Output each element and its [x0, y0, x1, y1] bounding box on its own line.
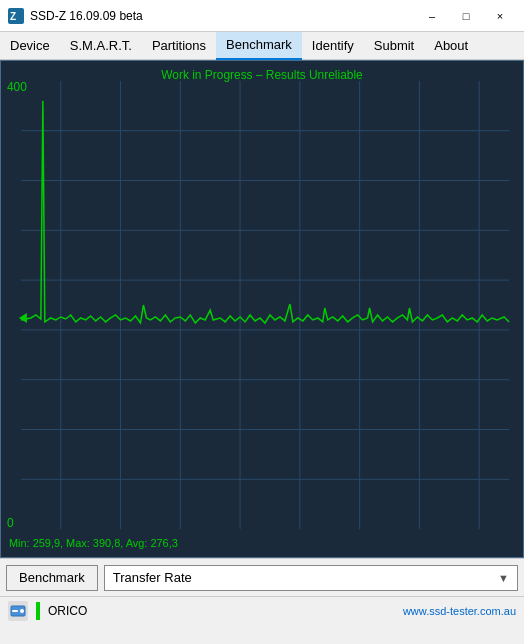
- menu-item-identify[interactable]: Identify: [302, 32, 364, 60]
- svg-text:0: 0: [7, 516, 14, 530]
- minimize-button[interactable]: –: [416, 6, 448, 26]
- chart-container: 400 0 Work in Progress – Results Unrelia…: [0, 60, 524, 558]
- title-bar: Z SSD-Z 16.09.09 beta – □ ×: [0, 0, 524, 32]
- menu-bar: Device S.M.A.R.T. Partitions Benchmark I…: [0, 32, 524, 60]
- svg-text:400: 400: [7, 80, 27, 94]
- menu-item-device[interactable]: Device: [0, 32, 60, 60]
- menu-item-smart[interactable]: S.M.A.R.T.: [60, 32, 142, 60]
- title-bar-text: SSD-Z 16.09.09 beta: [30, 9, 416, 23]
- svg-text:Z: Z: [10, 11, 16, 22]
- status-bar: ORICO www.ssd-tester.com.au: [0, 596, 524, 624]
- svg-rect-26: [12, 610, 18, 612]
- menu-item-submit[interactable]: Submit: [364, 32, 424, 60]
- chevron-down-icon: ▼: [498, 572, 509, 584]
- website-link[interactable]: www.ssd-tester.com.au: [403, 605, 516, 617]
- svg-point-25: [20, 609, 24, 613]
- transfer-rate-dropdown[interactable]: Transfer Rate ▼: [104, 565, 518, 591]
- menu-item-partitions[interactable]: Partitions: [142, 32, 216, 60]
- benchmark-button[interactable]: Benchmark: [6, 565, 98, 591]
- app-icon: Z: [8, 8, 24, 24]
- drive-label: ORICO: [48, 604, 87, 618]
- svg-text:Work in Progress – Results Unr: Work in Progress – Results Unreliable: [161, 68, 363, 82]
- chart-svg: 400 0 Work in Progress – Results Unrelia…: [1, 61, 523, 557]
- svg-text:Min: 259,9, Max: 390,8, Avg: 2: Min: 259,9, Max: 390,8, Avg: 276,3: [9, 537, 178, 549]
- dropdown-value: Transfer Rate: [113, 570, 498, 585]
- maximize-button[interactable]: □: [450, 6, 482, 26]
- close-button[interactable]: ×: [484, 6, 516, 26]
- status-indicator: [36, 602, 40, 620]
- menu-item-benchmark[interactable]: Benchmark: [216, 32, 302, 60]
- drive-icon: [8, 601, 28, 621]
- bottom-toolbar: Benchmark Transfer Rate ▼: [0, 558, 524, 596]
- title-bar-controls: – □ ×: [416, 6, 516, 26]
- svg-rect-2: [1, 61, 523, 557]
- menu-item-about[interactable]: About: [424, 32, 478, 60]
